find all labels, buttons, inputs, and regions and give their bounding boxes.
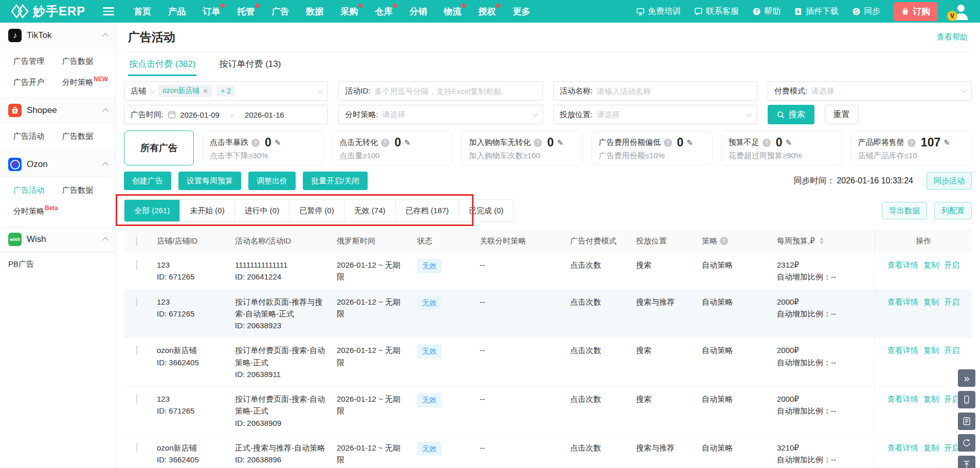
help-link[interactable]: ? 帮助 [752, 6, 781, 17]
row-checkbox[interactable] [136, 297, 137, 307]
view-help-link[interactable]: 查看帮助 [937, 32, 968, 42]
sidebar-group-pb-ads[interactable]: PB广告 [0, 252, 115, 276]
sidebar-item-ad-data[interactable]: 广告数据 [62, 132, 111, 141]
card-cart-no-conversion[interactable]: 加入购物车无转化 0 加入购物车次数≥100 [461, 130, 583, 165]
status-tab-all[interactable]: 全部 (261) [124, 200, 180, 221]
edit-icon[interactable] [557, 138, 564, 147]
contact-support-link[interactable]: 联系客服 [694, 6, 739, 17]
user-avatar[interactable]: V [951, 2, 971, 21]
question-icon[interactable] [381, 139, 389, 147]
row-checkbox[interactable] [136, 345, 137, 355]
table-row[interactable]: ozon新店铺ID: 3662405 正式-搜索与推荐-自动策略ID: 2063… [124, 436, 972, 468]
nav-data[interactable]: 数据 [306, 6, 323, 17]
edit-icon[interactable] [686, 138, 693, 147]
copy-link[interactable]: 复制 [923, 442, 939, 466]
sidebar-item-ad-data[interactable]: 广告数据 [62, 185, 111, 195]
edit-icon[interactable] [404, 138, 411, 147]
sidebar-group-shopee[interactable]: S Shopee [0, 98, 115, 123]
campaign-name-input[interactable] [597, 87, 751, 96]
card-ctr-drop[interactable]: 点击率暴跌 0 点击率下降≥30% [202, 130, 323, 165]
mobile-app-button[interactable] [958, 391, 975, 408]
tab-pay-per-order[interactable]: 按订单付费 (13) [218, 52, 282, 76]
free-training-link[interactable]: 免费培训 [636, 6, 681, 17]
copy-link[interactable]: 复制 [923, 344, 939, 380]
sidebar-group-wish[interactable]: wish Wish [0, 227, 115, 252]
subscribe-button[interactable]: 订购 [894, 2, 938, 21]
campaign-name-field[interactable]: 活动名称: [553, 81, 757, 101]
time-strategy-select[interactable]: 分时策略: 请选择 [338, 105, 542, 124]
view-detail-link[interactable]: 查看详情 [887, 442, 918, 466]
placement-select[interactable]: 投放位置: 请选择 [553, 105, 757, 124]
remove-tag-icon[interactable] [203, 87, 208, 95]
nav-ads[interactable]: 广告 [271, 6, 289, 17]
enable-link[interactable]: 开启 [944, 442, 959, 466]
nav-warehouse[interactable]: 仓库 [375, 6, 392, 17]
copy-link[interactable]: 复制 [923, 296, 939, 332]
card-click-no-conversion[interactable]: 点击无转化 0 点击量≥100 [332, 130, 453, 165]
question-icon[interactable] [251, 139, 260, 147]
nav-products[interactable]: 产品 [168, 6, 186, 17]
edit-icon[interactable] [943, 138, 950, 147]
back-to-top-button[interactable] [958, 456, 975, 468]
row-checkbox[interactable] [136, 394, 137, 404]
question-icon[interactable] [763, 139, 771, 147]
question-icon[interactable] [720, 237, 728, 245]
table-row[interactable]: ozon新店铺ID: 3662405 按订单付费页面-搜索-自动策略-正式ID:… [124, 338, 972, 387]
campaign-id-field[interactable]: 活动ID: [338, 81, 542, 101]
date-end[interactable]: 2026-01-16 [245, 110, 284, 119]
table-row[interactable]: 123ID: 671265 按订单付费页面-搜索-自动策略-正式ID: 2063… [124, 387, 972, 436]
column-config-button[interactable]: 列配置 [934, 202, 972, 219]
table-row[interactable]: 123ID: 671265 按订单付款页面-推荐与搜索-自动策略-正式ID: 2… [124, 290, 972, 339]
view-detail-link[interactable]: 查看详情 [887, 344, 918, 380]
more-shops-tag[interactable]: + 2 [216, 85, 235, 97]
export-data-button[interactable]: 导出数据 [882, 202, 927, 219]
edit-icon[interactable] [275, 138, 281, 147]
reset-button[interactable]: 重置 [825, 105, 859, 124]
view-detail-link[interactable]: 查看详情 [887, 393, 918, 429]
status-tab-invalid[interactable]: 无效 (74) [344, 200, 396, 221]
sort-icon[interactable] [820, 237, 824, 245]
card-product-selling-out[interactable]: 产品即将售罄 107 店铺产品库存≤10 [850, 130, 972, 165]
nav-home[interactable]: 首页 [134, 6, 151, 17]
sidebar-item-ad-account[interactable]: 广告开户 [13, 78, 62, 87]
nav-orders[interactable]: 订单 [203, 6, 220, 17]
row-checkbox[interactable] [136, 260, 137, 270]
nav-logistics[interactable]: 物流 [444, 6, 461, 17]
card-all-ads[interactable]: 所有广告 [124, 130, 194, 165]
date-start[interactable]: 2026-01-09 [180, 110, 220, 119]
question-icon[interactable] [664, 139, 672, 147]
question-icon[interactable] [908, 139, 916, 147]
nav-hosting[interactable]: 托管 [237, 6, 255, 17]
campaign-id-input[interactable] [374, 87, 536, 96]
status-tab-in-progress[interactable]: 进行中 (0) [235, 200, 290, 221]
nav-purchase[interactable]: 采购 [340, 6, 358, 17]
view-detail-link[interactable]: 查看详情 [887, 296, 918, 332]
status-tab-paused[interactable]: 已暂停 (0) [289, 200, 344, 221]
sidebar-group-ozon[interactable]: Ozon [0, 152, 115, 177]
sidebar-item-ad-campaign-active[interactable]: 广告活动 [13, 185, 62, 195]
sidebar-item-ad-campaign[interactable]: 广告活动 [13, 132, 62, 141]
plugin-download-link[interactable]: 插件下载 [794, 6, 839, 17]
collapse-panel-button[interactable] [958, 369, 975, 387]
app-logo[interactable]: 妙手ERP [11, 3, 85, 20]
tab-pay-per-click[interactable]: 按点击付费 (362) [128, 52, 196, 76]
adjust-bid-button[interactable]: 调整出价 [248, 172, 296, 190]
sidebar-item-ad-data[interactable]: 广告数据 [62, 57, 111, 66]
enable-link[interactable]: 开启 [944, 259, 959, 283]
card-insufficient-budget[interactable]: 预算不足 0 花费超过周预算≥90% [721, 130, 842, 165]
question-icon[interactable] [534, 139, 542, 147]
set-weekly-budget-button[interactable]: 设置每周预算 [178, 172, 241, 190]
copy-link[interactable]: 复制 [923, 393, 939, 429]
nav-more[interactable]: 更多 [513, 6, 530, 17]
sidebar-item-time-strategy[interactable]: 分时策略NEW [62, 78, 111, 87]
shop-select[interactable]: 店铺 ozon新店铺 + 2 [124, 81, 328, 101]
sync-campaign-button[interactable]: 同步活动 [927, 172, 972, 190]
status-tab-archived[interactable]: 已存档 (187) [396, 200, 459, 221]
status-tab-not-started[interactable]: 未开始 (0) [180, 200, 235, 221]
row-checkbox[interactable] [136, 443, 137, 453]
feedback-button[interactable] [958, 413, 975, 430]
menu-toggle-icon[interactable] [103, 5, 114, 17]
batch-toggle-button[interactable]: 批量开启/关闭 [303, 172, 368, 190]
edit-icon[interactable] [785, 138, 792, 147]
nav-authorization[interactable]: 授权 [478, 6, 496, 17]
